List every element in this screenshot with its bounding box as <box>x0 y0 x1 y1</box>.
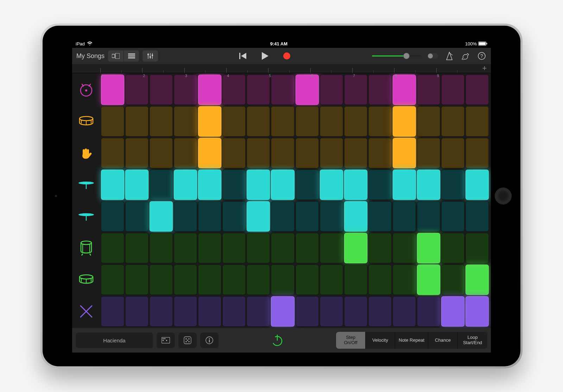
step-cell[interactable] <box>320 106 343 137</box>
step-cell[interactable] <box>150 296 173 327</box>
step-cell[interactable] <box>101 170 124 200</box>
step-cell[interactable] <box>247 296 270 327</box>
metronome-button[interactable] <box>444 51 454 61</box>
step-cell[interactable] <box>320 170 343 200</box>
step-cell[interactable] <box>150 138 173 168</box>
step-cell[interactable] <box>125 296 148 327</box>
step-cell[interactable] <box>222 296 246 327</box>
step-cell[interactable] <box>466 296 489 327</box>
step-cell[interactable] <box>393 106 416 137</box>
mode-tab[interactable]: Velocity <box>366 332 395 349</box>
step-cell[interactable] <box>296 296 319 327</box>
step-cell[interactable] <box>101 138 124 168</box>
step-cell[interactable] <box>466 201 489 232</box>
step-cell[interactable] <box>296 233 319 263</box>
master-toggle[interactable] <box>428 53 438 59</box>
step-cell[interactable] <box>466 265 489 295</box>
rewind-button[interactable] <box>237 50 249 62</box>
step-cell[interactable] <box>344 106 367 137</box>
step-cell[interactable] <box>271 233 294 263</box>
preset-selector[interactable]: Hacienda <box>76 333 153 348</box>
step-cell[interactable] <box>466 233 489 263</box>
step-cell[interactable] <box>441 233 464 263</box>
step-cell[interactable] <box>125 106 148 137</box>
step-cell[interactable] <box>222 170 246 200</box>
step-cell[interactable] <box>247 106 270 137</box>
help-button[interactable]: ? <box>477 51 487 61</box>
step-cell[interactable] <box>417 138 440 168</box>
step-cell[interactable] <box>271 201 294 232</box>
step-cell[interactable] <box>174 233 197 263</box>
step-cell[interactable] <box>198 265 221 295</box>
step-cell[interactable] <box>101 265 124 295</box>
hihat-icon[interactable] <box>72 169 100 201</box>
step-cell[interactable] <box>417 201 440 232</box>
mode-tab[interactable]: Chance <box>428 332 458 349</box>
step-cell[interactable] <box>222 201 246 232</box>
step-cell[interactable] <box>271 265 294 295</box>
step-cell[interactable] <box>101 75 124 105</box>
mode-tab[interactable]: LoopStart/End <box>458 332 487 349</box>
step-cell[interactable] <box>296 265 319 295</box>
step-cell[interactable] <box>417 233 440 263</box>
step-cell[interactable] <box>222 138 246 168</box>
step-cell[interactable] <box>271 170 294 200</box>
snare-drum-icon[interactable] <box>72 106 100 137</box>
step-cell[interactable] <box>101 296 124 327</box>
floor-tom-icon[interactable] <box>72 232 100 264</box>
step-cell[interactable] <box>320 265 343 295</box>
step-cell[interactable] <box>222 233 246 263</box>
step-cell[interactable] <box>441 296 464 327</box>
step-cell[interactable] <box>393 201 416 232</box>
step-cell[interactable] <box>320 233 343 263</box>
step-cell[interactable] <box>198 75 221 105</box>
step-cell[interactable] <box>296 106 319 137</box>
step-cell[interactable] <box>174 75 197 105</box>
step-cell[interactable] <box>247 75 270 105</box>
step-cell[interactable] <box>466 170 489 200</box>
step-cell[interactable] <box>417 75 440 105</box>
step-cell[interactable] <box>441 75 464 105</box>
home-button[interactable] <box>495 188 512 204</box>
step-cell[interactable] <box>441 106 464 137</box>
step-cell[interactable] <box>417 265 440 295</box>
step-cell[interactable] <box>125 75 148 105</box>
step-cell[interactable] <box>247 201 270 232</box>
step-cell[interactable] <box>150 233 173 263</box>
mixer-button[interactable] <box>143 50 158 62</box>
step-cell[interactable] <box>174 296 197 327</box>
step-cell[interactable] <box>271 106 294 137</box>
step-cell[interactable] <box>393 233 416 263</box>
step-cell[interactable] <box>368 233 392 263</box>
step-cell[interactable] <box>247 138 270 168</box>
step-cell[interactable] <box>150 106 173 137</box>
step-cell[interactable] <box>368 75 392 105</box>
record-button[interactable] <box>280 50 293 62</box>
step-cell[interactable] <box>198 106 221 137</box>
step-cell[interactable] <box>101 106 124 137</box>
my-songs-button[interactable]: My Songs <box>76 52 105 60</box>
mode-tab[interactable]: StepOn/Off <box>336 332 366 349</box>
dice-button[interactable] <box>178 333 197 348</box>
step-cell[interactable] <box>320 138 343 168</box>
step-cell[interactable] <box>125 265 148 295</box>
step-cell[interactable] <box>344 265 367 295</box>
step-cell[interactable] <box>368 296 392 327</box>
step-cell[interactable] <box>417 170 440 200</box>
step-cell[interactable] <box>247 233 270 263</box>
browser-view-button[interactable] <box>108 50 124 62</box>
play-button[interactable] <box>259 50 271 62</box>
step-cell[interactable] <box>174 201 197 232</box>
step-cell[interactable] <box>344 296 367 327</box>
step-cell[interactable] <box>441 138 464 168</box>
step-cell[interactable] <box>271 75 294 105</box>
pattern-button[interactable] <box>157 333 175 348</box>
step-cell[interactable] <box>417 106 440 137</box>
step-cell[interactable] <box>441 201 464 232</box>
step-cell[interactable] <box>271 138 294 168</box>
step-cell[interactable] <box>393 296 416 327</box>
step-cell[interactable] <box>101 233 124 263</box>
step-cell[interactable] <box>344 138 367 168</box>
step-cell[interactable] <box>247 265 270 295</box>
step-cell[interactable] <box>320 296 343 327</box>
